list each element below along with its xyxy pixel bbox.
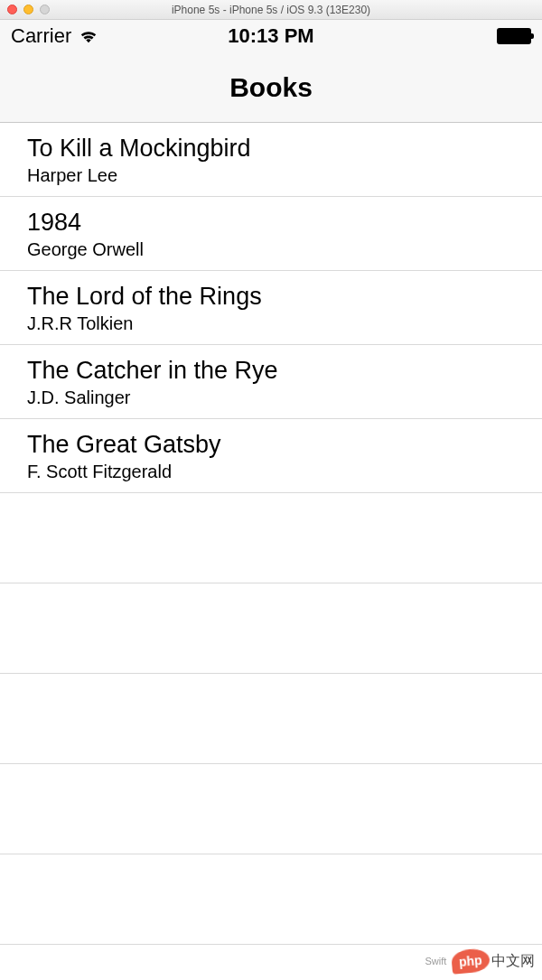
book-author: Harper Lee bbox=[27, 163, 515, 187]
php-badge-icon: php bbox=[451, 947, 491, 975]
traffic-lights bbox=[7, 5, 50, 14]
books-table[interactable]: To Kill a Mockingbird Harper Lee 1984 Ge… bbox=[0, 123, 542, 980]
book-title: The Great Gatsby bbox=[27, 430, 515, 461]
book-author: J.D. Salinger bbox=[27, 386, 515, 409]
carrier-label: Carrier bbox=[11, 24, 71, 48]
book-author: J.R.R Tolkien bbox=[27, 312, 515, 335]
table-row[interactable]: The Lord of the Rings J.R.R Tolkien bbox=[0, 271, 542, 345]
book-title: To Kill a Mockingbird bbox=[27, 134, 515, 164]
status-bar: Carrier 10:13 PM bbox=[0, 20, 542, 52]
watermark-aux: Swift bbox=[425, 956, 447, 966]
table-row[interactable]: To Kill a Mockingbird Harper Lee bbox=[0, 123, 542, 197]
battery-icon bbox=[497, 28, 531, 44]
wifi-icon bbox=[79, 28, 98, 44]
table-row-empty bbox=[0, 764, 542, 854]
table-row-empty bbox=[0, 674, 542, 764]
window-title: iPhone 5s - iPhone 5s / iOS 9.3 (13E230) bbox=[172, 4, 370, 16]
book-author: George Orwell bbox=[27, 238, 515, 261]
status-bar-left: Carrier bbox=[11, 24, 98, 48]
minimize-window-button[interactable] bbox=[23, 5, 33, 14]
table-row-empty bbox=[0, 583, 542, 674]
simulator-screen: Carrier 10:13 PM Books To Kill a Mocking… bbox=[0, 20, 542, 980]
zoom-window-button[interactable] bbox=[40, 5, 50, 14]
page-title: Books bbox=[229, 72, 313, 103]
table-row-empty bbox=[0, 493, 542, 583]
book-author: F. Scott Fitzgerald bbox=[27, 460, 515, 483]
book-title: The Catcher in the Rye bbox=[27, 356, 515, 387]
watermark-text: 中文网 bbox=[491, 952, 535, 971]
book-title: The Lord of the Rings bbox=[27, 282, 515, 313]
status-bar-time: 10:13 PM bbox=[228, 24, 313, 48]
status-bar-right bbox=[497, 28, 531, 44]
table-row[interactable]: The Great Gatsby F. Scott Fitzgerald bbox=[0, 419, 542, 493]
watermark: Swift php 中文网 bbox=[425, 949, 536, 973]
table-row[interactable]: 1984 George Orwell bbox=[0, 197, 542, 271]
table-row-empty bbox=[0, 854, 542, 945]
table-row[interactable]: The Catcher in the Rye J.D. Salinger bbox=[0, 345, 542, 419]
book-title: 1984 bbox=[27, 208, 515, 238]
navigation-bar: Books bbox=[0, 52, 542, 123]
close-window-button[interactable] bbox=[7, 5, 17, 14]
mac-window-titlebar: iPhone 5s - iPhone 5s / iOS 9.3 (13E230) bbox=[0, 0, 542, 20]
